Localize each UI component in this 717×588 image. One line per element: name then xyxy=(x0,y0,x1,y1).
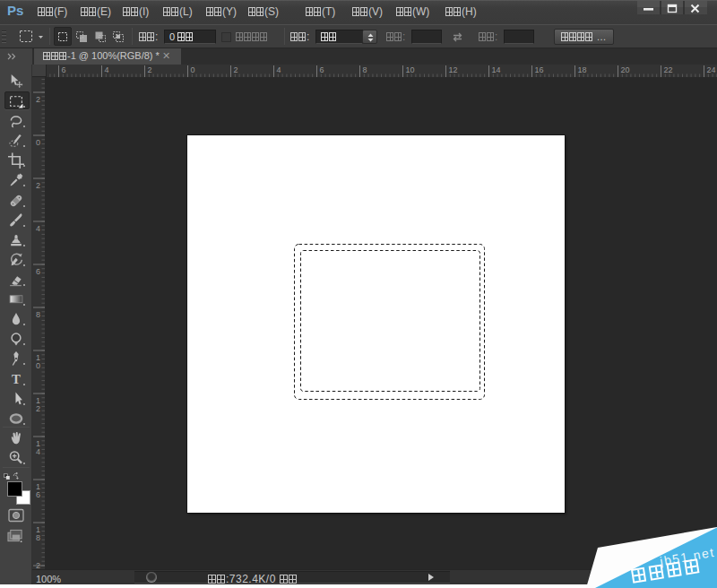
svg-text:4: 4 xyxy=(105,65,109,74)
svg-text:0: 0 xyxy=(191,65,195,74)
svg-text:T: T xyxy=(12,372,21,386)
svg-text:22: 22 xyxy=(664,65,673,74)
svg-text:20: 20 xyxy=(621,65,630,74)
svg-text:12: 12 xyxy=(449,65,458,74)
svg-text:0: 0 xyxy=(36,138,40,147)
svg-text:8: 8 xyxy=(36,310,40,319)
svg-text:6: 6 xyxy=(320,65,324,74)
svg-text:2: 2 xyxy=(234,65,238,74)
svg-text:2: 2 xyxy=(36,404,40,413)
svg-text:8: 8 xyxy=(363,65,367,74)
svg-text:8: 8 xyxy=(36,533,40,542)
svg-text:10: 10 xyxy=(406,65,415,74)
svg-text:4: 4 xyxy=(36,224,40,233)
svg-text:2: 2 xyxy=(36,561,40,569)
svg-text:6: 6 xyxy=(36,490,40,499)
svg-text:2: 2 xyxy=(36,181,40,190)
svg-text:4: 4 xyxy=(36,447,40,456)
svg-text:6: 6 xyxy=(62,65,66,74)
svg-text:18: 18 xyxy=(578,65,587,74)
svg-text:16: 16 xyxy=(535,65,544,74)
svg-text:14: 14 xyxy=(492,65,501,74)
svg-text:6: 6 xyxy=(36,267,40,276)
svg-text:24: 24 xyxy=(707,65,716,74)
svg-text:0: 0 xyxy=(36,361,40,370)
svg-text:2: 2 xyxy=(148,65,152,74)
svg-text:4: 4 xyxy=(277,65,281,74)
svg-text:2: 2 xyxy=(36,95,40,104)
